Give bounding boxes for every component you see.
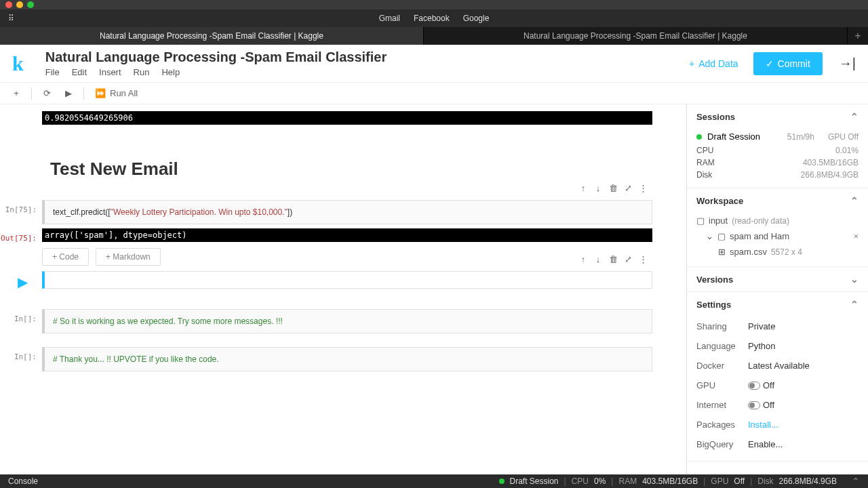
browser-tab-1[interactable]: Natural Language Processing -Spam Email … xyxy=(0,27,424,45)
cell-toolbar: ↑ ↓ 🗑 ⤢ ⋮ xyxy=(576,181,650,195)
add-code-button[interactable]: + Code xyxy=(42,248,89,266)
cell-toolbar: ↑ ↓ 🗑 ⤢ ⋮ xyxy=(576,252,650,266)
cell-prompt: In[]: xyxy=(0,347,42,371)
ram-value: 403.5MB/16GB xyxy=(803,158,859,167)
markdown-heading: Test New Email xyxy=(50,159,684,180)
chevron-up-icon[interactable]: ⌃ xyxy=(852,476,860,487)
browser-chrome xyxy=(0,0,868,9)
code-input-active[interactable] xyxy=(42,271,652,289)
internet-toggle[interactable]: Off xyxy=(748,400,774,410)
disk-value: 266.8MB/4.9GB xyxy=(801,170,859,180)
cell-comment-2[interactable]: In[]: # Thank you... !! UPVOTE if you li… xyxy=(0,347,684,371)
workspace-file[interactable]: ⊞ spam.csv 5572 x 4 xyxy=(696,244,859,260)
ws-file-label: spam.csv xyxy=(730,247,767,257)
collapse-icon[interactable]: ⤢ xyxy=(621,252,635,266)
packages-label: Packages xyxy=(696,420,748,430)
menu-help[interactable]: Help xyxy=(161,67,180,77)
folder-icon: ▢ xyxy=(696,216,705,226)
gpu-toggle[interactable]: Off xyxy=(748,380,774,390)
delete-icon[interactable]: 🗑 xyxy=(606,181,620,195)
close-window-icon[interactable] xyxy=(5,1,12,8)
code-text: ]) xyxy=(288,207,292,217)
sessions-section: Sessions ⌃ Draft Session 51m/9h GPU Off … xyxy=(687,104,868,188)
settings-section: Settings ⌃ SharingPrivate LanguagePython… xyxy=(687,292,868,462)
bookmark-facebook[interactable]: Facebook xyxy=(414,14,450,23)
run-all-button[interactable]: ⏩ Run All xyxy=(90,88,143,98)
apps-icon[interactable]: ⠿ xyxy=(8,14,14,23)
add-data-button[interactable]: + Add Data xyxy=(679,53,748,75)
cell-in-75[interactable]: In[75]: ↑ ↓ 🗑 ⤢ ⋮ text_clf.predict(["Wee… xyxy=(0,200,684,224)
remove-icon[interactable]: × xyxy=(853,231,859,241)
bigquery-link[interactable]: Enable... xyxy=(748,439,783,449)
console-ram-label: RAM xyxy=(618,476,637,486)
browser-tab-2[interactable]: Natural Language Processing -Spam Email … xyxy=(424,27,848,45)
delete-icon[interactable]: 🗑 xyxy=(606,252,620,266)
move-up-icon[interactable]: ↑ xyxy=(576,181,590,195)
settings-header[interactable]: Settings ⌃ xyxy=(687,292,868,317)
new-tab-button[interactable]: + xyxy=(848,27,868,45)
session-time: 51m/9h xyxy=(787,132,814,142)
code-comment: # Thank you... !! UPVOTE if you like the… xyxy=(53,354,219,364)
run-button[interactable]: ▶ xyxy=(59,85,78,102)
internet-value: Off xyxy=(763,400,774,410)
add-data-label: Add Data xyxy=(698,58,738,69)
cell-prompt-out: Out[75]: xyxy=(0,228,42,243)
sessions-header[interactable]: Sessions ⌃ xyxy=(687,104,868,129)
commit-button[interactable]: ✓ Commit xyxy=(753,52,823,75)
code-string: "Weekly Lottery Participation. Win upto … xyxy=(111,207,288,217)
internet-label: Internet xyxy=(696,400,748,410)
chevron-up-icon: ⌃ xyxy=(850,299,859,310)
versions-section: Versions ⌄ xyxy=(687,267,868,292)
minimize-window-icon[interactable] xyxy=(16,1,23,8)
menu-file[interactable]: File xyxy=(45,67,60,77)
workspace-input[interactable]: ▢ input (read-only data) xyxy=(696,213,859,228)
move-up-icon[interactable]: ↑ xyxy=(576,252,590,266)
add-cell-button[interactable]: + xyxy=(7,85,26,102)
check-icon: ✓ xyxy=(766,58,774,69)
workspace-section: Workspace ⌃ ▢ input (read-only data) ⌄ ▢… xyxy=(687,188,868,267)
menu-run[interactable]: Run xyxy=(134,67,150,77)
console-cpu-label: CPU xyxy=(572,476,589,486)
chevron-down-icon: ⌄ xyxy=(706,231,713,241)
notebook-area[interactable]: 0.9820554649265906 Test New Email In[75]… xyxy=(0,104,686,474)
add-markdown-button[interactable]: + Markdown xyxy=(96,248,161,266)
gpu-value: Off xyxy=(763,380,774,390)
collapse-icon[interactable]: ⤢ xyxy=(621,181,635,195)
move-down-icon[interactable]: ↓ xyxy=(591,252,605,266)
language-label: Language xyxy=(696,341,748,351)
run-cell-icon[interactable]: ▶ xyxy=(18,274,28,290)
code-input[interactable]: # So it is working as we expected. Try s… xyxy=(42,309,652,333)
sharing-value[interactable]: Private xyxy=(748,321,775,331)
console-bar[interactable]: Console Draft Session | CPU 0% | RAM 403… xyxy=(0,474,868,488)
maximize-window-icon[interactable] xyxy=(27,1,34,8)
console-session: Draft Session xyxy=(510,476,559,486)
session-gpu: GPU Off xyxy=(828,132,859,142)
bookmark-gmail[interactable]: Gmail xyxy=(379,14,400,23)
table-icon: ⊞ xyxy=(718,247,726,257)
docker-value[interactable]: Latest Available xyxy=(748,361,810,371)
cpu-value: 0.01% xyxy=(835,146,859,155)
packages-link[interactable]: Install... xyxy=(748,420,778,430)
cell-prompt: In[]: xyxy=(0,309,42,333)
collapse-sidebar-button[interactable]: →| xyxy=(839,56,856,71)
versions-header[interactable]: Versions ⌄ xyxy=(687,267,868,291)
console-cpu-value: 0% xyxy=(594,476,606,486)
move-down-icon[interactable]: ↓ xyxy=(591,181,605,195)
workspace-folder[interactable]: ⌄ ▢ spam and Ham × xyxy=(696,228,859,244)
bookmark-google[interactable]: Google xyxy=(463,14,490,23)
code-input[interactable]: text_clf.predict(["Weekly Lottery Partic… xyxy=(42,200,652,224)
menu-insert[interactable]: Insert xyxy=(99,67,121,77)
language-value[interactable]: Python xyxy=(748,341,775,351)
notebook-title: Natural Language Processing -Spam Email … xyxy=(45,49,679,65)
plus-icon: + xyxy=(689,58,694,69)
more-icon[interactable]: ⋮ xyxy=(636,181,650,195)
cell-active-empty[interactable]: ▶ ↑ ↓ 🗑 ⤢ ⋮ xyxy=(0,271,684,289)
cell-comment-1[interactable]: In[]: # So it is working as we expected.… xyxy=(0,309,684,333)
code-input[interactable]: # Thank you... !! UPVOTE if you like the… xyxy=(42,347,652,371)
kaggle-logo[interactable]: k xyxy=(12,52,24,75)
menu-edit[interactable]: Edit xyxy=(72,67,87,77)
workspace-header[interactable]: Workspace ⌃ xyxy=(687,188,868,213)
restart-button[interactable]: ⟳ xyxy=(37,85,56,102)
ws-input-label: input xyxy=(709,216,728,226)
more-icon[interactable]: ⋮ xyxy=(636,252,650,266)
